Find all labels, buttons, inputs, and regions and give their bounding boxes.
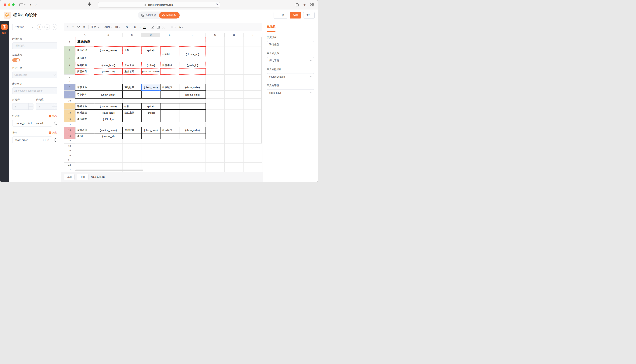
sheet-cell[interactable] bbox=[160, 144, 179, 148]
sheet-cell[interactable]: 显示顺序 bbox=[160, 84, 179, 90]
sheet-cell[interactable] bbox=[179, 103, 206, 110]
row-header[interactable]: 5 bbox=[64, 68, 75, 74]
sheet-cell[interactable] bbox=[206, 116, 225, 122]
redo-icon[interactable]: ↷ bbox=[72, 25, 75, 29]
sheet-cell[interactable] bbox=[122, 162, 141, 167]
template-nav-item[interactable] bbox=[1, 24, 8, 30]
sheet-cell[interactable] bbox=[206, 122, 225, 127]
sheet-cell[interactable] bbox=[94, 74, 122, 79]
sheet-cell[interactable] bbox=[141, 133, 160, 139]
sheet-cell[interactable] bbox=[75, 158, 94, 162]
sheet-cell[interactable] bbox=[225, 98, 244, 103]
sheet-cell[interactable]: {online} bbox=[141, 110, 160, 116]
sheet-cell[interactable] bbox=[244, 148, 262, 153]
data-group-select[interactable]: OrangeTest bbox=[12, 72, 57, 78]
increment-icon[interactable] bbox=[29, 104, 33, 106]
sheet-cell[interactable] bbox=[141, 79, 160, 84]
row-header[interactable]: 7 bbox=[64, 79, 75, 84]
row-header[interactable]: 22 bbox=[64, 162, 75, 167]
sheet-cell[interactable] bbox=[206, 103, 225, 110]
sheet-cell[interactable] bbox=[179, 167, 206, 172]
sheet-cell[interactable] bbox=[179, 153, 206, 158]
horizontal-align-icon[interactable] bbox=[171, 26, 176, 28]
sheet-cell[interactable] bbox=[122, 98, 141, 103]
sheet-cell[interactable]: 章节名称 bbox=[75, 127, 94, 133]
forward-button[interactable]: › bbox=[35, 3, 37, 7]
row-header[interactable]: 1 bbox=[64, 37, 75, 46]
row-header[interactable]: 17 bbox=[64, 139, 75, 144]
sheet-cell[interactable] bbox=[244, 167, 262, 172]
sheet-cell[interactable] bbox=[206, 37, 225, 46]
start-row-stepper[interactable]: 8 bbox=[12, 103, 34, 110]
sheet-cell[interactable] bbox=[225, 103, 244, 110]
sheet-cell[interactable] bbox=[244, 46, 262, 54]
sheet-cell[interactable] bbox=[160, 162, 179, 167]
sheet-cell[interactable] bbox=[225, 54, 244, 62]
tab-edit-template[interactable]: 编辑模板 bbox=[159, 12, 180, 18]
sheet-cell[interactable]: 课程简介 bbox=[75, 54, 94, 62]
sheet-cell[interactable] bbox=[122, 139, 141, 144]
bind-data-select[interactable]: zz_course / courseSection bbox=[12, 88, 57, 94]
privacy-shield-icon[interactable] bbox=[88, 2, 91, 6]
sheet-cell[interactable]: {show_order} bbox=[179, 127, 206, 133]
column-header[interactable]: C bbox=[122, 33, 141, 37]
sheet-cell[interactable] bbox=[244, 139, 262, 144]
sheet-cell[interactable] bbox=[206, 79, 225, 84]
sheet-cell[interactable] bbox=[244, 116, 262, 122]
sheet-cell[interactable] bbox=[141, 116, 160, 122]
sheet-cell[interactable] bbox=[141, 144, 160, 148]
sheet-cell[interactable] bbox=[94, 139, 122, 144]
sheet-cell[interactable] bbox=[75, 79, 94, 84]
sheet-cell[interactable] bbox=[179, 139, 206, 144]
rows-count-input[interactable]: 100 bbox=[77, 174, 89, 180]
grid-corner[interactable] bbox=[64, 33, 75, 37]
sheet-cell[interactable] bbox=[141, 139, 160, 144]
sheet-cell[interactable] bbox=[160, 139, 179, 144]
sheet-cell[interactable] bbox=[75, 162, 94, 167]
sheet-cell[interactable]: {class_hour} bbox=[94, 62, 122, 68]
sheet-cell[interactable]: {class_hour} bbox=[141, 84, 160, 90]
sheet-cell[interactable]: 章节名称 bbox=[75, 84, 94, 90]
row-header[interactable]: 3 bbox=[64, 54, 75, 62]
format-paint-icon[interactable] bbox=[77, 26, 80, 28]
sheet-cell[interactable] bbox=[94, 122, 122, 127]
sheet-cell[interactable] bbox=[206, 158, 225, 162]
sheet-cell[interactable]: 课时数量 bbox=[122, 127, 141, 133]
sheet-cell[interactable] bbox=[75, 122, 94, 127]
sheet-cell[interactable] bbox=[160, 148, 179, 153]
sheet-cell[interactable] bbox=[225, 68, 244, 74]
sheet-cell[interactable] bbox=[225, 144, 244, 148]
sheet-cell[interactable]: {section_name} bbox=[94, 127, 122, 133]
sheet-cell[interactable] bbox=[244, 74, 262, 79]
sheet-cell[interactable]: {course_name} bbox=[94, 46, 122, 54]
row-header[interactable]: 12 bbox=[64, 110, 75, 116]
sheet-cell[interactable] bbox=[141, 153, 160, 158]
sheet-cell[interactable]: {subject_id} bbox=[94, 68, 122, 74]
horizontal-scrollbar[interactable] bbox=[75, 170, 143, 171]
sheet-cell[interactable] bbox=[244, 127, 262, 133]
vertical-scrollbar[interactable] bbox=[261, 38, 262, 143]
sheet-cell[interactable]: {price} bbox=[141, 103, 160, 110]
sheet-cell[interactable] bbox=[94, 84, 122, 90]
row-header[interactable]: 23 bbox=[64, 167, 75, 172]
sheet-cell[interactable]: {teacher_name} bbox=[141, 68, 160, 74]
sheet-cell[interactable] bbox=[122, 158, 141, 162]
sheet-cell[interactable] bbox=[206, 162, 225, 167]
sheet-cell[interactable] bbox=[94, 153, 122, 158]
zoom-window-button[interactable] bbox=[12, 4, 15, 6]
sheet-cell[interactable] bbox=[206, 46, 225, 54]
sheet-cell[interactable] bbox=[94, 98, 122, 103]
sheet-cell[interactable] bbox=[141, 98, 160, 103]
underline-icon[interactable]: U bbox=[134, 26, 136, 28]
sheet-cell[interactable] bbox=[244, 68, 262, 74]
sheet-cell[interactable] bbox=[160, 167, 179, 172]
sheet-cell[interactable]: 课时数量 bbox=[75, 110, 94, 116]
sheet-cell[interactable] bbox=[225, 84, 244, 90]
merge-cells-icon[interactable] bbox=[162, 26, 165, 28]
sheet-cell[interactable] bbox=[206, 167, 225, 172]
column-header[interactable]: D bbox=[141, 33, 160, 37]
sheet-cell[interactable] bbox=[160, 98, 179, 103]
sheet-cell[interactable] bbox=[225, 62, 244, 68]
sheet-cell[interactable] bbox=[244, 84, 262, 90]
sheet-cell[interactable] bbox=[179, 98, 206, 103]
